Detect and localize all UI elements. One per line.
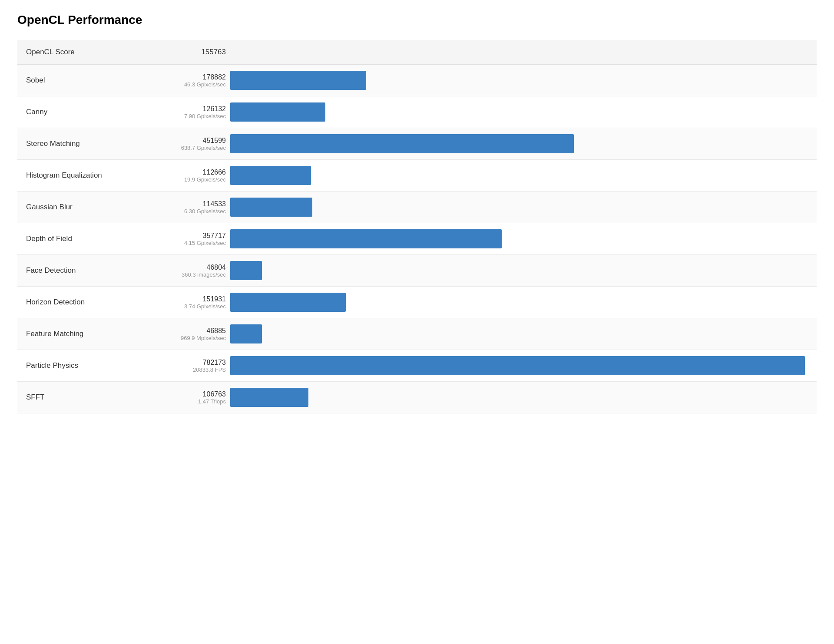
bench-unit: 638.7 Gpixels/sec (165, 145, 226, 151)
bench-values: 1261327.90 Gpixels/sec (165, 105, 226, 119)
bench-score: 106763 (165, 390, 226, 398)
benchmark-bar (230, 198, 312, 217)
bar-container (226, 166, 808, 185)
bar-container (226, 102, 808, 122)
benchmark-bar (230, 356, 805, 375)
bench-unit: 19.9 Gpixels/sec (165, 176, 226, 183)
opencl-score-row: OpenCL Score 155763 (17, 40, 817, 65)
benchmark-row: Gaussian Blur1145336.30 Gpixels/sec (17, 192, 817, 223)
bench-name: Histogram Equalization (26, 171, 165, 180)
benchmark-row: Histogram Equalization11266619.9 Gpixels… (17, 160, 817, 192)
benchmark-row: Horizon Detection1519313.74 Gpixels/sec (17, 287, 817, 318)
benchmark-row: Depth of Field3577174.15 Gpixels/sec (17, 223, 817, 255)
bar-container (226, 356, 808, 375)
benchmark-bar (230, 134, 574, 153)
benchmark-bar (230, 229, 502, 248)
benchmark-row: Canny1261327.90 Gpixels/sec (17, 96, 817, 128)
opencl-score-value: 155763 (165, 48, 226, 56)
bench-name: Horizon Detection (26, 298, 165, 307)
bench-values: 46885969.9 Mpixels/sec (165, 327, 226, 341)
benchmark-bar (230, 293, 346, 312)
bench-score: 46885 (165, 327, 226, 335)
bench-name: Canny (26, 108, 165, 116)
bench-score: 151931 (165, 295, 226, 303)
bench-score: 126132 (165, 105, 226, 113)
bench-values: 1519313.74 Gpixels/sec (165, 295, 226, 310)
bar-container (226, 134, 808, 153)
bench-score: 112666 (165, 168, 226, 176)
bench-unit: 3.74 Gpixels/sec (165, 303, 226, 310)
benchmark-row: Stereo Matching451599638.7 Gpixels/sec (17, 128, 817, 160)
opencl-score-label: OpenCL Score (26, 48, 165, 56)
benchmark-bar (230, 71, 366, 90)
bench-name: Gaussian Blur (26, 203, 165, 211)
bench-name: Feature Matching (26, 330, 165, 338)
bar-container (226, 198, 808, 217)
bench-name: Depth of Field (26, 234, 165, 243)
bar-container (226, 261, 808, 280)
bench-name: Sobel (26, 76, 165, 85)
bench-unit: 6.30 Gpixels/sec (165, 208, 226, 215)
bench-score: 357717 (165, 232, 226, 240)
bar-container (226, 293, 808, 312)
bench-values: 46804360.3 images/sec (165, 264, 226, 278)
benchmark-row: Sobel17888246.3 Gpixels/sec (17, 65, 817, 96)
benchmark-row: Feature Matching46885969.9 Mpixels/sec (17, 318, 817, 350)
benchmark-bar (230, 388, 308, 407)
bench-unit: 969.9 Mpixels/sec (165, 335, 226, 341)
bench-name: SFFT (26, 393, 165, 402)
benchmark-row: SFFT1067631.47 Tflops (17, 382, 817, 413)
benchmark-row: Face Detection46804360.3 images/sec (17, 255, 817, 287)
bench-values: 78217320833.8 FPS (165, 359, 226, 373)
bench-values: 1145336.30 Gpixels/sec (165, 200, 226, 215)
bench-unit: 4.15 Gpixels/sec (165, 240, 226, 246)
bar-container (226, 388, 808, 407)
benchmark-bar (230, 166, 311, 185)
bench-values: 451599638.7 Gpixels/sec (165, 137, 226, 151)
bench-unit: 46.3 Gpixels/sec (165, 81, 226, 88)
bench-score: 178882 (165, 73, 226, 81)
bench-values: 17888246.3 Gpixels/sec (165, 73, 226, 88)
bench-score: 114533 (165, 200, 226, 208)
benchmark-row: Particle Physics78217320833.8 FPS (17, 350, 817, 382)
bench-values: 1067631.47 Tflops (165, 390, 226, 405)
benchmark-bar (230, 324, 262, 343)
benchmark-bar (230, 102, 325, 122)
bar-container (226, 229, 808, 248)
page-title: OpenCL Performance (17, 13, 817, 27)
bench-unit: 20833.8 FPS (165, 367, 226, 373)
bench-name: Face Detection (26, 266, 165, 275)
bench-unit: 360.3 images/sec (165, 271, 226, 278)
bar-container (226, 324, 808, 343)
bench-name: Particle Physics (26, 361, 165, 370)
bar-container (226, 71, 808, 90)
bench-score: 46804 (165, 264, 226, 271)
bench-score: 782173 (165, 359, 226, 367)
benchmark-bar (230, 261, 262, 280)
bench-name: Stereo Matching (26, 139, 165, 148)
bench-unit: 1.47 Tflops (165, 398, 226, 405)
bench-score: 451599 (165, 137, 226, 145)
bench-values: 3577174.15 Gpixels/sec (165, 232, 226, 246)
bench-unit: 7.90 Gpixels/sec (165, 113, 226, 119)
bench-values: 11266619.9 Gpixels/sec (165, 168, 226, 183)
benchmark-table: Sobel17888246.3 Gpixels/secCanny1261327.… (17, 65, 817, 413)
